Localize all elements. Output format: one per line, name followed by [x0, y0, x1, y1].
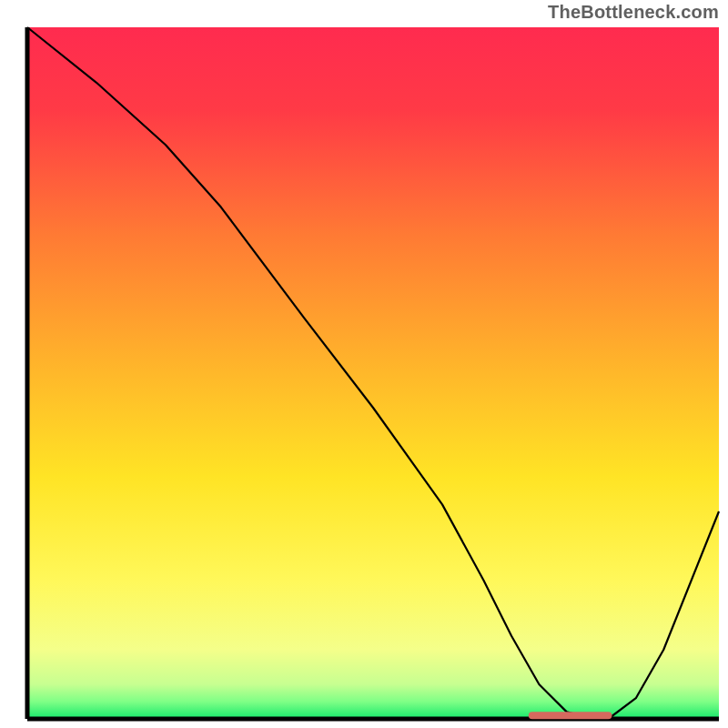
bottleneck-chart	[0, 0, 728, 728]
chart-background	[27, 27, 719, 719]
